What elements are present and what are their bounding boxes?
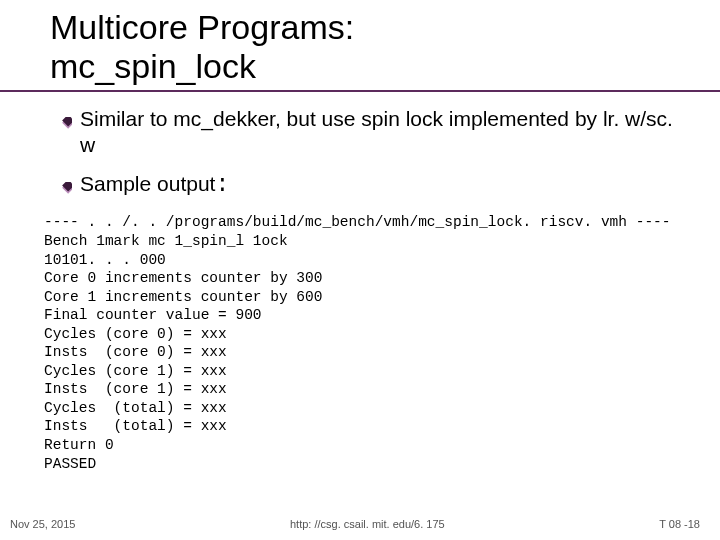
- bullet-item: Sample output:: [60, 171, 680, 199]
- footer-url: http: //csg. csail. mit. edu/6. 175: [75, 518, 659, 530]
- footer-date: Nov 25, 2015: [10, 518, 75, 530]
- colon: :: [215, 172, 229, 198]
- sample-output-code: ---- . . /. . /programs/build/mc_bench/v…: [0, 213, 720, 473]
- diamond-bullet-icon: [60, 115, 72, 133]
- footer: Nov 25, 2015 http: //csg. csail. mit. ed…: [0, 518, 720, 530]
- footer-page: T 08 -18: [659, 518, 700, 530]
- bullet-item: Similar to mc_dekker, but use spin lock …: [60, 106, 680, 157]
- bullet-label: Sample output: [80, 172, 215, 195]
- slide-title: Multicore Programs: mc_spin_lock: [50, 8, 670, 86]
- bullet-text: Similar to mc_dekker, but use spin lock …: [80, 106, 680, 157]
- title-line-2: mc_spin_lock: [50, 47, 256, 85]
- body-block: Similar to mc_dekker, but use spin lock …: [0, 92, 720, 199]
- diamond-bullet-icon: [60, 180, 72, 198]
- title-block: Multicore Programs: mc_spin_lock: [0, 0, 720, 92]
- title-line-1: Multicore Programs:: [50, 8, 354, 46]
- bullet-text: Sample output:: [80, 171, 229, 199]
- slide: Multicore Programs: mc_spin_lock Similar…: [0, 0, 720, 540]
